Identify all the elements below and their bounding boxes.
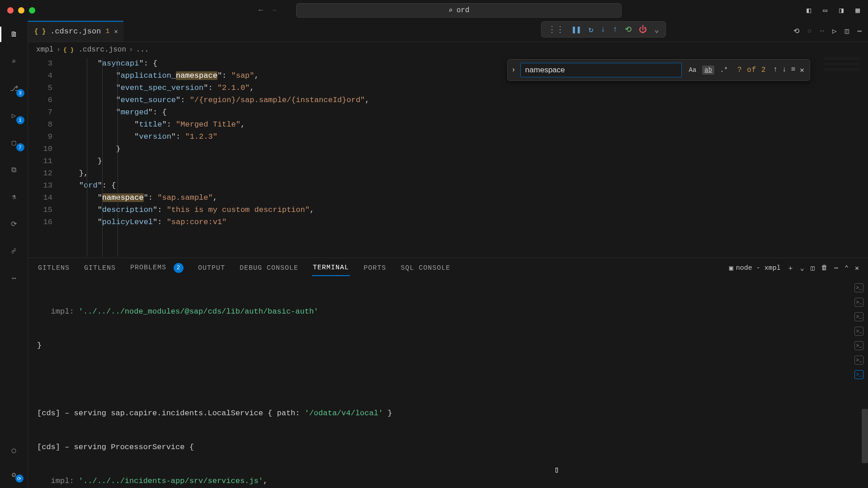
search-activity-icon[interactable]: ⌕: [8, 56, 20, 67]
breadcrumb-root[interactable]: xmpl: [36, 46, 53, 54]
tab-close-icon[interactable]: ✕: [114, 28, 118, 35]
terminal-pane-icon[interactable]: >_: [854, 356, 863, 365]
layout-panel-icon[interactable]: ▭: [820, 6, 830, 15]
tab-modified-count: 1: [105, 28, 109, 35]
debug-stepout-icon[interactable]: ↑: [613, 25, 618, 34]
panel-tabs: GITLENS GITLENS PROBLEMS 2 OUTPUT DEBUG …: [28, 258, 868, 278]
terminal-view[interactable]: impl: '../../../node_modules/@sap/cds/li…: [28, 278, 868, 488]
debug-disconnect-icon[interactable]: ⏻: [639, 25, 647, 34]
debug-icon[interactable]: ▷ 1: [8, 110, 20, 122]
debug-stepinto-icon[interactable]: ↓: [601, 25, 606, 34]
tab-cdsrc-json[interactable]: { } .cdsrc.json 1 ✕: [28, 21, 123, 42]
terminal-pane-icon[interactable]: >_: [854, 370, 863, 379]
find-widget: › Aa ab .* ? of 2 ↑ ↓ ≡ ✕: [507, 59, 810, 81]
tab-terminal[interactable]: TERMINAL: [312, 260, 350, 276]
debug-stepover-icon[interactable]: ↻: [589, 24, 594, 34]
diff-icon[interactable]: ↔: [820, 27, 824, 35]
line-number-gutter: 345678910111213141516: [28, 57, 61, 258]
chevron-right-icon: ›: [56, 46, 61, 54]
extensions-badge: 7: [16, 143, 24, 151]
tab-gitlens[interactable]: GITLENS: [37, 261, 71, 276]
history-icon[interactable]: ⟳: [8, 218, 20, 230]
debug-menu-chevron-icon[interactable]: ⌄: [654, 24, 659, 34]
settings-icon[interactable]: ⚙ ⟳: [8, 469, 20, 481]
code-content[interactable]: "asyncapi": { "application_namespace": "…: [61, 57, 370, 258]
find-select-icon[interactable]: ≡: [791, 66, 796, 75]
remote-icon[interactable]: ⧉: [8, 164, 20, 176]
explorer-icon[interactable]: 🗎: [8, 28, 20, 40]
editor[interactable]: 345678910111213141516 "asyncapi": { "app…: [28, 57, 868, 258]
search-value: ord: [457, 6, 470, 14]
editor-toolbar: ⟲ ○ ↔ ▷ ◫ ⋯: [793, 27, 868, 36]
layout-customize-icon[interactable]: ▦: [853, 6, 863, 15]
title-bar-right: ◧ ▭ ◨ ▦: [804, 6, 863, 15]
overflow-menu-icon[interactable]: ⋯: [834, 264, 838, 272]
bottom-panel: GITLENS GITLENS PROBLEMS 2 OUTPUT DEBUG …: [28, 258, 868, 488]
more-icon[interactable]: ⋯: [8, 272, 20, 284]
tab-gitlens2[interactable]: GITLENS: [83, 261, 117, 276]
json-file-icon: { }: [34, 28, 46, 35]
scm-icon[interactable]: ⎇ 3: [8, 83, 20, 94]
settings-update-badge: ⟳: [15, 474, 24, 483]
tab-filename: .cdsrc.json: [50, 27, 101, 36]
more-actions-icon[interactable]: ⋯: [857, 27, 862, 36]
tab-output[interactable]: OUTPUT: [197, 261, 226, 276]
mouse-cursor-icon: [554, 465, 558, 471]
find-case-icon[interactable]: Aa: [686, 66, 698, 75]
breadcrumb-tail[interactable]: ...: [136, 46, 149, 54]
terminal-pane-icon[interactable]: >_: [854, 283, 863, 292]
nav-forward-icon[interactable]: →: [272, 6, 277, 14]
close-window-icon[interactable]: [7, 7, 14, 14]
testing-icon[interactable]: ⚗: [8, 191, 20, 203]
go-back-icon[interactable]: ⟲: [793, 27, 799, 36]
terminal-menu-chevron-icon[interactable]: ⌄: [800, 264, 804, 272]
find-next-icon[interactable]: ↓: [782, 66, 787, 75]
run-file-icon[interactable]: ▷: [832, 27, 837, 36]
find-regex-icon[interactable]: .*: [718, 66, 730, 75]
panel-maximize-icon[interactable]: ⌃: [844, 264, 849, 272]
find-expand-icon[interactable]: ›: [511, 66, 516, 74]
terminal-scrollbar[interactable]: [862, 409, 868, 463]
maximize-window-icon[interactable]: [29, 7, 35, 14]
new-terminal-icon[interactable]: ＋: [787, 264, 794, 272]
debug-pause-icon[interactable]: ❚❚: [571, 24, 581, 34]
tab-problems-label: PROBLEMS: [130, 264, 166, 272]
search-icon: ⌕: [448, 6, 453, 15]
breadcrumb-file[interactable]: .cdsrc.json: [78, 46, 126, 54]
minimize-window-icon[interactable]: [18, 7, 24, 14]
terminal-pane-icon[interactable]: >_: [854, 341, 863, 350]
problems-count-badge: 2: [174, 263, 184, 273]
terminal-pane-icon[interactable]: >_: [854, 298, 863, 307]
tab-problems[interactable]: PROBLEMS 2: [129, 259, 184, 277]
debug-drag-handle-icon[interactable]: ⋮⋮: [548, 24, 564, 34]
layout-sidebarleft-icon[interactable]: ◧: [804, 6, 814, 15]
chevron-right-icon: ›: [129, 46, 133, 54]
find-prev-icon[interactable]: ↑: [774, 66, 778, 75]
tab-sql-console[interactable]: SQL CONSOLE: [400, 261, 451, 276]
command-center[interactable]: ⌕ ord: [296, 3, 622, 18]
terminal-pane-icon[interactable]: >_: [854, 312, 863, 321]
debug-restart-icon[interactable]: ⟲: [625, 24, 632, 34]
active-terminal-chip[interactable]: ▣ node - xmpl: [729, 264, 781, 272]
find-input[interactable]: [520, 63, 682, 77]
breadcrumb-dot-icon[interactable]: ○: [807, 27, 812, 35]
nav-arrows: ← →: [259, 6, 276, 14]
accounts-icon[interactable]: ◯: [8, 445, 20, 456]
find-word-icon[interactable]: ab: [702, 66, 714, 75]
breadcrumb[interactable]: xmpl › { } .cdsrc.json › ...: [28, 42, 868, 57]
nav-back-icon[interactable]: ←: [259, 6, 263, 14]
terminal-pane-icon[interactable]: >_: [854, 327, 863, 336]
lens-icon[interactable]: ☍: [8, 245, 20, 257]
tab-ports[interactable]: PORTS: [363, 261, 387, 276]
find-close-icon[interactable]: ✕: [800, 66, 804, 75]
kill-terminal-icon[interactable]: 🗑: [821, 264, 828, 272]
minimap[interactable]: [824, 57, 860, 157]
layout-sidebarright-icon[interactable]: ◨: [836, 6, 846, 15]
terminal-overview-gutter: >_ >_ >_ >_ >_ >_ >_: [854, 283, 863, 379]
split-terminal-icon[interactable]: ◫: [811, 264, 815, 272]
extensions-icon[interactable]: ▢ 7: [8, 137, 20, 149]
panel-close-icon[interactable]: ✕: [855, 264, 859, 272]
json-file-icon: { }: [63, 47, 74, 53]
split-editor-icon[interactable]: ◫: [845, 27, 849, 36]
tab-debug-console[interactable]: DEBUG CONSOLE: [239, 261, 299, 276]
